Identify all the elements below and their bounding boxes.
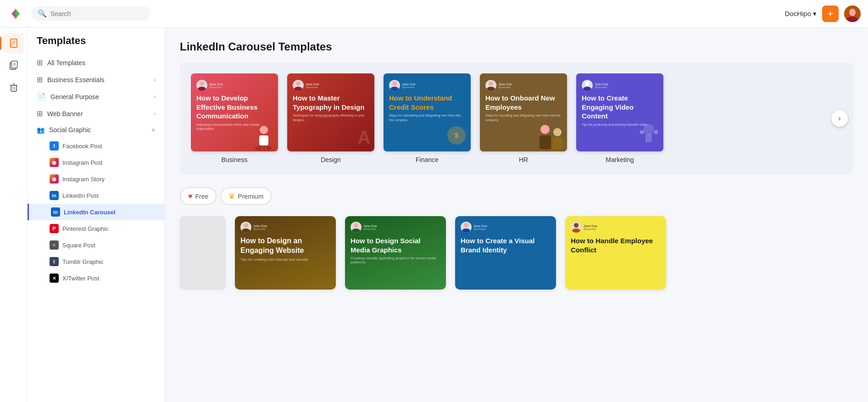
template-card-engaging-website[interactable]: John Doe@johndoe How to Design an Engagi… [235,216,336,290]
visual-brand-title: How to Create a Visual Brand Identity [461,236,551,254]
sidebar-sub-item-square-post[interactable]: ≡ Square Post [28,237,165,253]
svg-point-33 [540,125,550,134]
sidebar-sub-item-instagram-story[interactable]: ◉ Instagram Story [28,171,165,187]
sidebar-sub-item-tumblr[interactable]: t Tumblr Graphic [28,253,165,270]
linkedin-post-icon: in [50,191,59,200]
svg-point-18 [198,87,206,91]
sidebar-sub-item-pinterest[interactable]: P Pinterest Graphic [28,220,165,237]
svg-rect-9 [11,61,17,68]
search-icon: 🔍 [38,9,47,18]
content-area: LinkedIn Carousel Templates Jane Doe [165,28,868,402]
carousel-item-hr[interactable]: Jane Doe@janedoe How to Onboard New Empl… [480,73,567,163]
business-card-title: How to Develop Effective Business Commun… [196,94,273,121]
svg-point-31 [487,87,495,91]
general-purpose-icon: 📄 [37,92,46,101]
carousel-card-finance[interactable]: Jane Doe@janedoe How to Understand Credi… [384,73,471,151]
svg-point-42 [244,223,248,228]
add-button[interactable]: + [822,6,839,22]
search-input[interactable] [50,10,144,17]
finance-card-subtitle: Steps for calculating and integrating ne… [389,113,465,123]
carousel-next-button[interactable]: › [831,110,848,127]
sidebar-sub-item-facebook-post[interactable]: f Facebook Post [28,138,165,154]
svg-point-17 [200,81,204,86]
filter-free[interactable]: ♥ Free [180,187,217,205]
svg-rect-41 [654,130,658,134]
sidebar-item-general-purpose[interactable]: 📄 General Purpose › [28,88,165,105]
templates-grid: John Doe@johndoe How to Design an Engagi… [180,216,853,290]
sidebar-sub-item-linkedin-post[interactable]: in LinkedIn Post [28,187,165,204]
carousel-item-finance[interactable]: Jane Doe@janedoe How to Understand Credi… [384,73,471,163]
marketing-card-title: How to Create Engaging Video Content [582,94,658,121]
business-essentials-icon: ⊞ [37,75,43,84]
svg-point-2 [849,9,856,16]
sidebar-item-social-graphic[interactable]: 👥 Social Graphic ∨ [28,122,165,138]
carousel-label-finance: Finance [416,156,439,163]
search-bar[interactable]: 🔍 [31,6,150,21]
sidebar-icon-document[interactable] [4,33,24,53]
template-card-social-media-graphics[interactable]: Jane Doe@janedoe How to Design Social Me… [345,216,446,290]
category-carousel: Jane Doe @janedoe How to Develop Effecti… [180,62,853,174]
carousel-item-business[interactable]: Jane Doe @janedoe How to Develop Effecti… [191,73,278,163]
svg-point-35 [553,128,562,136]
social-media-subtitle: Creating visually appealing graphics for… [351,256,440,264]
hr-card-title: How to Onboard New Employees [485,94,562,112]
svg-point-30 [489,81,493,86]
carousel-card-marketing[interactable]: John Doe@johndoe How to Create Engaging … [576,73,663,151]
linkedin-carousel-icon: in [51,207,60,217]
avatar[interactable] [844,6,861,22]
svg-rect-40 [640,130,644,134]
pinterest-icon: P [50,224,59,233]
crown-icon: ♛ [228,192,235,201]
svg-point-49 [572,229,580,233]
sidebar-title: Templates [28,35,165,54]
social-media-graphics-title: How to Design Social Media Graphics [351,236,440,254]
svg-point-38 [643,124,654,135]
design-card-subtitle: Techniques for using typography effectiv… [293,113,369,123]
page-title: LinkedIn Carousel Templates [180,40,853,53]
carousel-card-business[interactable]: Jane Doe @janedoe How to Develop Effecti… [191,73,278,151]
twitter-icon: ✕ [50,274,59,283]
svg-point-46 [464,223,468,228]
template-card-visual-brand[interactable]: Jane Doe@janedoe How to Create a Visual … [455,216,556,290]
instagram-post-icon: ◉ [50,158,59,167]
chevron-down-icon: ∨ [151,127,156,133]
employee-conflict-title: How to Handle Employee Conflict [571,236,661,254]
design-card-title: How to Master Typography in Design [293,94,369,112]
carousel-item-design[interactable]: Jane Doe@janedoe How to Master Typograph… [287,73,374,163]
carousel-label-hr: HR [519,156,528,163]
template-card-placeholder[interactable] [180,216,226,290]
chevron-right-icon: › [154,77,156,83]
svg-rect-23 [265,145,267,151]
brand-name[interactable]: DocHipo ▾ [785,10,817,18]
carousel-card-design[interactable]: Jane Doe@janedoe How to Master Typograph… [287,73,374,151]
svg-rect-34 [552,138,562,149]
carousel-card-hr[interactable]: Jane Doe@janedoe How to Onboard New Empl… [480,73,567,151]
social-graphic-icon: 👥 [37,126,45,134]
svg-point-47 [462,229,470,233]
carousel-item-marketing[interactable]: John Doe@johndoe How to Create Engaging … [576,73,663,163]
svg-point-45 [352,229,360,233]
carousel-label-business: Business [222,156,248,163]
template-card-employee-conflict[interactable]: Jane Doe@janedoe How to Handle Employee … [565,216,666,290]
icon-sidebar [0,28,28,402]
svg-point-36 [585,81,590,86]
svg-rect-20 [259,135,268,145]
filter-premium[interactable]: ♛ Premium [220,187,272,205]
sidebar-item-web-banner[interactable]: ⊞ Web Banner › [28,105,165,122]
filter-tabs: ♥ Free ♛ Premium [180,187,853,205]
svg-rect-32 [540,135,551,149]
sidebar-sub-item-instagram-post[interactable]: ◉ Instagram Post [28,154,165,171]
carousel-items: Jane Doe @janedoe How to Develop Effecti… [191,73,842,163]
svg-point-26 [392,81,397,86]
logo-icon[interactable] [7,6,24,22]
sidebar-sub-item-linkedin-carousel[interactable]: in LinkedIn Carousel [28,204,165,220]
sidebar-item-business-essentials[interactable]: ⊞ Business Essentials › [28,71,165,88]
left-sidebar: Templates ⊞ All Templates ⊞ Business Ess… [28,28,165,402]
sidebar-item-all-templates[interactable]: ⊞ All Templates [28,54,165,71]
sidebar-sub-item-twitter[interactable]: ✕ X/Twitter Post [28,270,165,286]
svg-point-21 [260,126,268,134]
svg-rect-22 [261,145,263,151]
svg-point-27 [390,87,399,91]
sidebar-icon-trash[interactable] [4,77,24,97]
sidebar-icon-files[interactable] [4,55,24,75]
